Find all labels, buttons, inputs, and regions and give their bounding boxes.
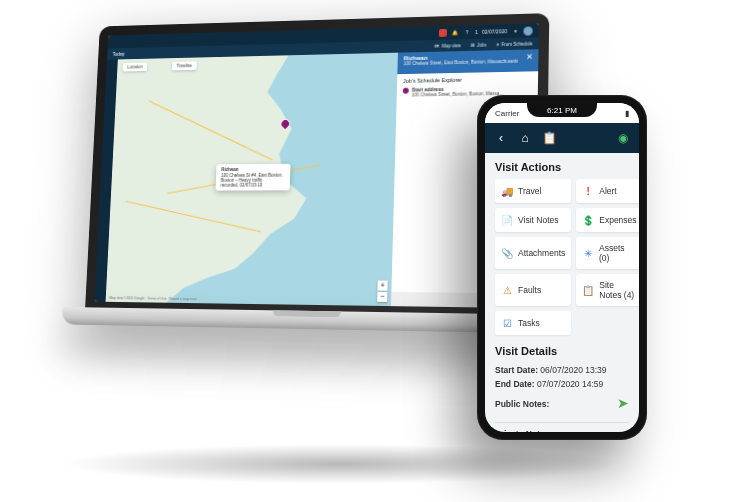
card-visit-notes[interactable]: 📄Visit Notes <box>495 208 571 232</box>
jobs-button[interactable]: ⊞ Jobs <box>471 42 487 47</box>
panel-subtitle: 100 Chelsea Street, East Boston, Boston,… <box>403 58 532 66</box>
card-label: Tasks <box>518 318 540 328</box>
faults-icon: ⚠ <box>501 284 513 296</box>
end-date-label: End Date: <box>495 379 535 389</box>
clipboard-icon[interactable]: 📋 <box>541 130 557 146</box>
card-label: Faults <box>518 285 541 295</box>
popup-title: Rizhwan <box>221 167 286 172</box>
locate-icon[interactable]: ➤ <box>617 392 629 416</box>
expenses-icon: 💲 <box>582 214 594 226</box>
card-site-notes[interactable]: 📋Site Notes (4) <box>576 274 639 306</box>
card-alert[interactable]: !Alert <box>576 179 639 203</box>
visit-details: Start Date: 06/07/2020 13:39 End Date: 0… <box>495 363 629 432</box>
phone-app: Carrier 6:21 PM ▮ ‹ ⌂ 📋 ◉ Visit Actions … <box>485 103 639 432</box>
map-chip-location[interactable]: Location <box>123 62 148 71</box>
carrier-label: Carrier <box>495 109 519 118</box>
attachment-icon: 📎 <box>501 247 513 259</box>
phone-device: Carrier 6:21 PM ▮ ‹ ⌂ 📋 ◉ Visit Actions … <box>477 95 647 440</box>
panel-section: Job's Schedule Explorer <box>403 75 532 84</box>
map-popup: Rizhwan 100 Chelsea St #4, East Boston, … <box>216 164 291 191</box>
card-label: Expenses <box>599 215 636 225</box>
start-date-value: 06/07/2020 13:39 <box>540 365 606 375</box>
back-icon[interactable]: ‹ <box>493 130 509 146</box>
visit-actions-title: Visit Actions <box>495 161 629 173</box>
card-label: Visit Notes <box>518 215 558 225</box>
close-icon[interactable]: ✕ <box>524 52 534 62</box>
card-travel[interactable]: 🚚Travel <box>495 179 571 203</box>
panel-header: ✕ Rizhwan 100 Chelsea Street, East Bosto… <box>397 49 538 74</box>
today-label[interactable]: Today <box>113 51 125 57</box>
card-assets[interactable]: ✳Assets (0) <box>576 237 639 269</box>
card-attachments[interactable]: 📎Attachments <box>495 237 571 269</box>
map-view-button[interactable]: 🗺 Map view <box>435 43 461 49</box>
battery-icon: ▮ <box>625 109 629 118</box>
bell-icon[interactable]: 🔔 <box>451 29 459 37</box>
avatar[interactable] <box>523 26 532 35</box>
panel-title: Rizhwan <box>404 52 533 61</box>
phone-nav: ‹ ⌂ 📋 ◉ <box>485 123 639 153</box>
home-icon[interactable]: ⌂ <box>517 130 533 146</box>
tasks-icon: ☑ <box>501 317 513 329</box>
help-icon[interactable]: ? <box>463 28 471 36</box>
card-label: Alert <box>599 186 616 196</box>
card-faults[interactable]: ⚠Faults <box>495 274 571 306</box>
site-notes-icon: 📋 <box>582 284 594 296</box>
chevron-down-icon[interactable]: ▾ <box>511 27 519 35</box>
assets-icon: ✳ <box>582 247 594 259</box>
card-expenses[interactable]: 💲Expenses <box>576 208 639 232</box>
map[interactable]: Location Timeline Rizhwan 100 Chelsea St… <box>106 53 398 306</box>
card-label: Travel <box>518 186 541 196</box>
map-area[interactable]: Location Timeline Rizhwan 100 Chelsea St… <box>106 53 398 306</box>
truck-icon: 🚚 <box>501 185 513 197</box>
notes-icon: 📄 <box>501 214 513 226</box>
card-label: Site Notes (4) <box>599 280 636 300</box>
notification-badge[interactable]: 1 <box>475 29 478 35</box>
popup-line2: recorded, 02/07/15:10 <box>221 182 286 187</box>
schedule-label: From Schedule <box>501 41 532 47</box>
private-notes-label: Private Notes: <box>495 429 552 432</box>
pin-icon <box>403 88 409 94</box>
card-tasks[interactable]: ☑Tasks <box>495 311 571 335</box>
start-date-label: Start Date: <box>495 365 538 375</box>
start-value: 100 Chelsea Street, Boston, Boston, Mass… <box>412 91 504 98</box>
map-view-label: Map view <box>442 43 461 48</box>
alert-icon[interactable] <box>439 29 447 37</box>
zoom-in-button[interactable]: + <box>377 281 387 291</box>
zoom-out-button[interactable]: − <box>377 292 387 302</box>
public-notes-label: Public Notes: <box>495 397 549 411</box>
actions-grid: 🚚Travel !Alert 📄Visit Notes 💲Expenses 📎A… <box>495 179 629 335</box>
app-main: Location Timeline Rizhwan 100 Chelsea St… <box>95 49 539 308</box>
status-time: 6:21 PM <box>547 106 577 115</box>
jobs-label: Jobs <box>477 42 487 47</box>
schedule-button[interactable]: ≡ From Schedule <box>497 41 533 47</box>
topbar-date: 02/07/2020 <box>482 28 507 35</box>
map-zoom: + − <box>377 281 388 302</box>
phone-content: Visit Actions 🚚Travel !Alert 📄Visit Note… <box>485 153 639 432</box>
popup-line1: 100 Chelsea St #4, East Boston, Boston –… <box>221 172 286 182</box>
alert-icon: ! <box>582 185 594 197</box>
phone-statusbar: Carrier 6:21 PM ▮ <box>485 103 639 123</box>
card-label: Attachments <box>518 248 565 258</box>
laptop-app: 🔔 ? 1 02/07/2020 ▾ Today 🗺 Map view ⊞ Jo… <box>95 23 539 308</box>
card-label: Assets (0) <box>599 243 637 263</box>
end-date-value: 07/07/2020 14:59 <box>537 379 603 389</box>
wifi-icon: ◉ <box>615 130 631 146</box>
map-chip-timeline[interactable]: Timeline <box>172 61 197 70</box>
visit-details-title: Visit Details <box>495 345 629 357</box>
